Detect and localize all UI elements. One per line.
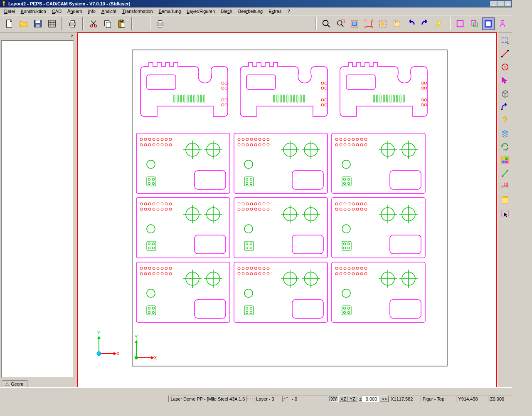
svg-rect-36 (457, 21, 463, 27)
tool-recycle[interactable] (499, 141, 511, 153)
redo-button[interactable] (419, 17, 431, 30)
svg-text:10: 10 (503, 182, 508, 187)
paste-button[interactable] (116, 17, 128, 30)
svg-rect-116 (502, 161, 505, 163)
menu-layer[interactable]: Layer/Figuren (184, 8, 217, 14)
menu-ansicht[interactable]: Ansicht (99, 8, 119, 14)
menu-help[interactable]: ? (285, 8, 292, 14)
restore-button[interactable]: ❐ (498, 1, 504, 7)
svg-rect-1 (3, 3, 5, 6)
undo-button[interactable] (405, 17, 417, 30)
cut-button[interactable] (87, 17, 100, 30)
menu-konstruktion[interactable]: Konstruktion (18, 8, 49, 14)
drawing-canvas[interactable]: X Y X Y (77, 32, 497, 387)
next-button[interactable]: >> (380, 396, 389, 402)
menu-cad[interactable]: CAD (49, 8, 64, 14)
menubar: Datei Konstruktion CAD Ändern Info Ansic… (0, 7, 512, 15)
svg-rect-24 (158, 21, 162, 23)
select-rect-button[interactable] (454, 17, 466, 30)
menu-bearbeitung[interactable]: Bearbeitung (236, 8, 265, 14)
tab-geom[interactable]: Geom. (2, 380, 27, 387)
svg-rect-122 (502, 198, 508, 203)
tool-arrow-path[interactable] (499, 101, 511, 113)
tool-select-rect[interactable] (499, 34, 511, 47)
select-window-button[interactable] (482, 17, 495, 30)
geom-tab-icon (5, 381, 10, 386)
tool-dim10[interactable]: 10 (499, 181, 511, 193)
left-panel-header: ✕ (0, 32, 75, 39)
zoom-all-button[interactable] (362, 17, 375, 30)
menu-aendern[interactable]: Ändern (65, 8, 85, 14)
svg-point-41 (501, 20, 504, 23)
open-button[interactable] (17, 17, 30, 30)
axis-y-label: Y (97, 330, 101, 335)
tool-sheet[interactable] (499, 194, 511, 206)
close-button[interactable]: ✕ (505, 1, 511, 7)
status-layer[interactable]: Layer - 0 (254, 396, 281, 402)
svg-rect-25 (158, 25, 162, 27)
tool-circle[interactable] (499, 61, 511, 73)
right-toolbar: 10 (497, 32, 512, 387)
svg-point-0 (2, 1, 5, 3)
plane-yz-button[interactable]: YZ (348, 396, 357, 402)
tool-nest[interactable] (499, 154, 511, 166)
plane-xy-button[interactable]: XY (329, 396, 339, 402)
tool-help[interactable] (499, 114, 511, 126)
titlebar: Layout2 - PEPS - CAD/CAM System - V7.0.1… (0, 0, 512, 7)
left-panel-body (1, 40, 74, 378)
svg-point-110 (504, 67, 505, 68)
zoom-selection-button[interactable] (377, 17, 389, 30)
svg-point-96 (97, 352, 101, 356)
svg-marker-100 (135, 340, 138, 343)
tool-layers[interactable] (499, 127, 511, 140)
tool-measure[interactable] (499, 167, 511, 180)
menu-transformation[interactable]: Transformation (120, 8, 155, 14)
menu-blech[interactable]: Blech (218, 8, 235, 14)
svg-point-14 (91, 25, 93, 27)
menu-info[interactable]: Info (86, 8, 98, 14)
svg-rect-117 (505, 161, 507, 163)
svg-rect-33 (366, 21, 372, 27)
new-button[interactable] (3, 17, 16, 30)
svg-rect-22 (121, 23, 125, 27)
select-add-button[interactable] (468, 17, 480, 30)
menu-extras[interactable]: Extras (266, 8, 284, 14)
svg-marker-95 (97, 336, 101, 339)
svg-point-107 (501, 56, 502, 58)
print-button[interactable] (66, 17, 79, 30)
svg-point-26 (323, 20, 328, 26)
pan-button[interactable] (391, 17, 403, 30)
select-person-button[interactable] (496, 17, 509, 30)
coord-y: Y914.458 (456, 396, 487, 402)
tool-cursor[interactable] (499, 74, 511, 87)
menu-bemassung[interactable]: Bemaßung (156, 8, 184, 14)
status-layer-swatch[interactable] (246, 396, 254, 402)
svg-rect-5 (36, 25, 39, 27)
plane-xz-button[interactable]: XZ (339, 396, 348, 402)
grid-button[interactable] (46, 17, 58, 30)
svg-rect-21 (120, 20, 123, 22)
highlight-button[interactable] (433, 17, 446, 30)
svg-rect-40 (486, 22, 491, 26)
minimize-button[interactable]: _ (490, 1, 497, 7)
tool-select-part[interactable] (499, 207, 511, 220)
z-value[interactable]: 0.000 (362, 396, 379, 402)
svg-point-35 (381, 22, 384, 25)
save-button[interactable] (32, 17, 44, 30)
print2-button[interactable] (154, 17, 166, 30)
status-figure: Figur - Top (421, 396, 456, 402)
status-snap-icon[interactable] (282, 396, 289, 402)
copy-button[interactable] (101, 17, 114, 30)
status-snap[interactable]: - 0 (290, 396, 328, 402)
svg-point-108 (507, 50, 509, 52)
zoom-extents-button[interactable] (348, 17, 361, 30)
tool-box3d[interactable] (499, 87, 511, 100)
zoom-window-button[interactable] (334, 17, 347, 30)
menu-datei[interactable]: Datei (2, 8, 17, 14)
svg-rect-32 (352, 22, 356, 25)
left-panel-close-icon[interactable]: ✕ (71, 34, 74, 38)
zoom-button[interactable] (320, 17, 332, 30)
tool-line[interactable] (499, 47, 511, 60)
command-bar[interactable] (0, 387, 512, 395)
svg-rect-19 (106, 22, 111, 27)
